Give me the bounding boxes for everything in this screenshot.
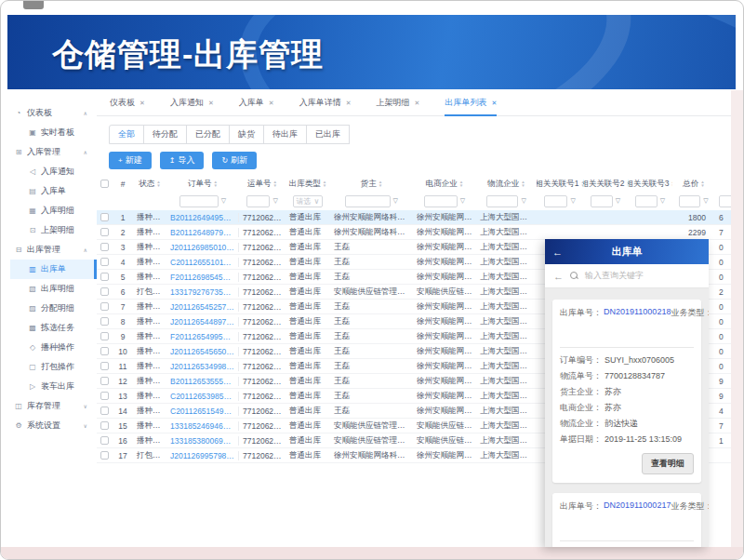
funnel-icon[interactable]: ▽ bbox=[616, 197, 620, 205]
close-icon[interactable]: ✕ bbox=[140, 100, 145, 107]
dn-number-link[interactable]: DN201911000218 bbox=[604, 307, 671, 316]
cell-order_no[interactable]: B20112649495010 bbox=[166, 213, 239, 222]
column-header-waybill[interactable]: 运单号▲▼ bbox=[239, 179, 286, 190]
filter-input[interactable] bbox=[345, 195, 391, 207]
sidebar-item-allocation-detail[interactable]: ▨分配明细 bbox=[1, 299, 97, 318]
cell-order_no[interactable]: J20112699579856 bbox=[166, 451, 239, 460]
cell-order_no[interactable]: J20112654489752 bbox=[166, 317, 239, 327]
checkbox[interactable] bbox=[100, 436, 109, 445]
sidebar-item-truck-outbound[interactable]: ▷装车出库 bbox=[1, 377, 97, 396]
funnel-icon[interactable]: ▽ bbox=[460, 197, 465, 205]
cell-order_no[interactable]: C20112653985449 bbox=[166, 392, 239, 401]
sidebar-item-inventory-mgmt[interactable]: ◫库存管理∨ bbox=[1, 396, 97, 416]
close-icon[interactable]: ✕ bbox=[208, 100, 214, 107]
sidebar-item-realtime-board[interactable]: ▣实时看板 bbox=[1, 123, 97, 142]
row-select[interactable] bbox=[97, 392, 113, 400]
close-icon[interactable]: ✕ bbox=[269, 100, 274, 107]
column-header-rel1[interactable]: 相关关联号1▲▼ bbox=[537, 179, 583, 190]
filter-input[interactable] bbox=[544, 195, 567, 207]
row-select[interactable] bbox=[97, 332, 113, 340]
row-select[interactable] bbox=[97, 273, 113, 281]
sidebar-item-inbound-notice[interactable]: ◁入库通知 bbox=[1, 162, 97, 181]
search-icon[interactable] bbox=[570, 272, 578, 280]
cell-order_no[interactable]: C20112651549851 bbox=[166, 407, 239, 416]
row-select[interactable] bbox=[97, 302, 113, 311]
header-select-all[interactable] bbox=[97, 180, 113, 188]
checkbox[interactable] bbox=[100, 180, 109, 188]
row-select[interactable] bbox=[97, 451, 113, 460]
cell-order_no[interactable]: J20112654565048 bbox=[166, 347, 239, 356]
filter-select[interactable]: 请选∨ bbox=[293, 195, 324, 207]
checkbox[interactable] bbox=[100, 392, 109, 400]
filter-tab-outbounded[interactable]: 已出库 bbox=[306, 125, 350, 144]
sort-icon[interactable]: ▲▼ bbox=[521, 180, 525, 188]
close-icon[interactable]: ✕ bbox=[415, 100, 420, 107]
tab-inbound-notice[interactable]: 入库通知✕ bbox=[170, 90, 214, 116]
filter-tab-shortage[interactable]: 缺货 bbox=[229, 125, 264, 144]
funnel-icon[interactable]: ▽ bbox=[272, 197, 277, 205]
checkbox[interactable] bbox=[100, 317, 109, 326]
filter-input[interactable] bbox=[635, 195, 658, 207]
tab-shelf-detail[interactable]: 上架明细✕ bbox=[377, 90, 420, 116]
checkbox[interactable] bbox=[100, 377, 109, 385]
checkbox[interactable] bbox=[100, 287, 109, 296]
filter-input[interactable] bbox=[424, 195, 458, 207]
column-header-logistics[interactable]: 物流企业▲▼ bbox=[476, 179, 537, 190]
sidebar-item-system-settings[interactable]: ⚙系统设置∨ bbox=[1, 416, 97, 435]
funnel-icon[interactable]: ▽ bbox=[703, 197, 708, 205]
filter-input[interactable] bbox=[679, 195, 700, 207]
sidebar-item-shelf-detail[interactable]: ⊡上架明细 bbox=[1, 220, 97, 240]
checkbox[interactable] bbox=[100, 421, 109, 430]
checkbox[interactable] bbox=[100, 228, 109, 236]
funnel-icon[interactable]: ▽ bbox=[521, 197, 525, 205]
checkbox[interactable] bbox=[100, 273, 109, 281]
row-select[interactable] bbox=[97, 436, 113, 445]
sort-icon[interactable]: ▲▼ bbox=[214, 180, 218, 188]
cell-order_no[interactable]: B20112648979757 bbox=[166, 228, 239, 237]
tab-outbound-order-list[interactable]: 出库单列表✕ bbox=[445, 90, 497, 116]
checkbox[interactable] bbox=[100, 362, 109, 370]
cell-order_no[interactable]: 1331792767357161472... bbox=[166, 287, 239, 297]
funnel-icon[interactable]: ▽ bbox=[660, 197, 665, 205]
sidebar-item-picking-task[interactable]: ▩拣选任务 bbox=[1, 318, 97, 338]
sidebar-item-outbound-mgmt[interactable]: ⊟出库管理∧ bbox=[1, 240, 97, 260]
column-header-ecom[interactable]: 电商企业▲▼ bbox=[413, 179, 476, 190]
cell-order_no[interactable]: J20112653499854 bbox=[166, 362, 239, 371]
funnel-icon[interactable]: ▽ bbox=[221, 197, 226, 205]
row-select[interactable] bbox=[97, 287, 113, 296]
row-select[interactable] bbox=[97, 421, 113, 430]
cell-order_no[interactable]: J20112698501025 bbox=[166, 243, 239, 252]
row-select[interactable] bbox=[97, 258, 113, 266]
funnel-icon[interactable]: ▽ bbox=[393, 197, 398, 205]
filter-input[interactable] bbox=[179, 195, 219, 207]
row-select[interactable] bbox=[97, 347, 113, 355]
sidebar-item-inbound-order[interactable]: ▤入库单 bbox=[1, 181, 97, 201]
column-header-owner[interactable]: 货主▲▼ bbox=[330, 179, 413, 190]
cell-order_no[interactable]: F20112698545596 bbox=[166, 273, 239, 282]
filter-tab-to-allocate[interactable]: 待分配 bbox=[143, 125, 187, 144]
sort-icon[interactable]: ▲▼ bbox=[273, 180, 277, 188]
column-header-type[interactable]: 出库类型▲▼ bbox=[286, 179, 330, 190]
sidebar-item-outbound-order[interactable]: ▥出库单 bbox=[10, 260, 97, 279]
filter-input[interactable] bbox=[591, 195, 613, 207]
view-detail-button[interactable]: 查看明细 bbox=[642, 453, 694, 474]
new-button[interactable]: +新建 bbox=[109, 152, 152, 169]
filter-input[interactable] bbox=[486, 195, 518, 207]
funnel-icon[interactable]: ▽ bbox=[570, 197, 575, 205]
filter-tab-all[interactable]: 全部 bbox=[109, 125, 144, 144]
sidebar-item-inbound-detail[interactable]: ▦入库明细 bbox=[1, 201, 97, 220]
column-header-total[interactable]: 总价▲▼ bbox=[672, 179, 715, 190]
dn-number-link[interactable]: DN201911000217 bbox=[604, 500, 671, 510]
popup-back-icon[interactable]: ← bbox=[552, 247, 563, 258]
filter-input[interactable] bbox=[719, 195, 731, 207]
cell-order_no[interactable]: 1331852469466173440... bbox=[166, 421, 239, 431]
filter-tab-allocated[interactable]: 已分配 bbox=[186, 125, 230, 144]
sidebar-item-packing-op[interactable]: ▢打包操作 bbox=[1, 357, 97, 377]
cell-order_no[interactable]: F20112654995199 bbox=[166, 332, 239, 341]
table-row[interactable]: 2播种完成B2011264897975777120620096...普通出库徐州… bbox=[97, 225, 731, 240]
popup-search-bar[interactable]: ← 输入查询关键字 bbox=[545, 264, 709, 288]
filter-tab-to-outbound[interactable]: 待出库 bbox=[263, 125, 307, 144]
sidebar-item-seeding-op[interactable]: ◇播种操作 bbox=[1, 338, 97, 357]
sidebar-item-inbound-mgmt[interactable]: ⊞入库管理∧ bbox=[1, 142, 97, 162]
tab-inbound-order-detail[interactable]: 入库单详情✕ bbox=[299, 90, 352, 116]
